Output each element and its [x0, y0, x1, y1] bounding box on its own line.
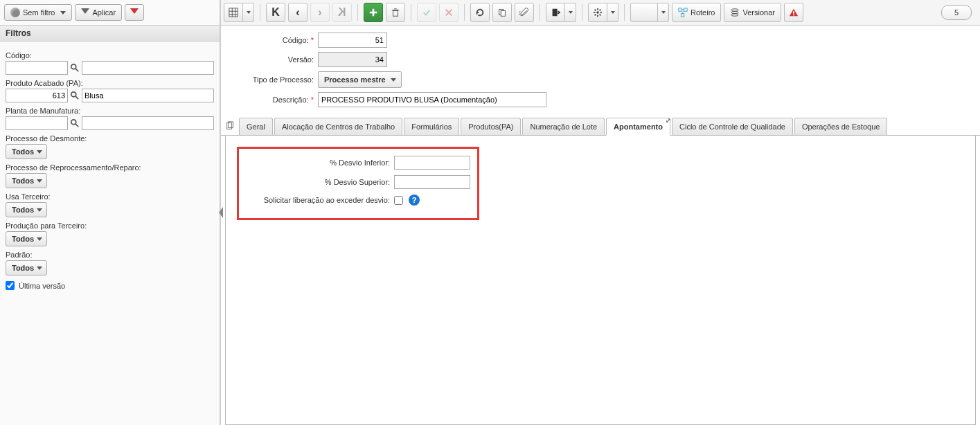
svg-rect-40 [793, 11, 794, 14]
ultima-versao-checkbox[interactable] [6, 281, 15, 290]
prod-terceiro-filter-label: Produção para Terceiro: [6, 221, 214, 230]
codigo-filter-input[interactable] [6, 61, 68, 75]
delete-button[interactable] [386, 3, 405, 22]
descricao-field[interactable] [318, 92, 546, 107]
cancel-button[interactable] [439, 3, 458, 22]
versionar-label: Versionar [742, 8, 774, 17]
planta-desc-input[interactable] [82, 116, 214, 130]
svg-rect-7 [229, 8, 238, 17]
filter-preset-dropdown[interactable]: Sem filtro [4, 4, 72, 21]
svg-rect-32 [684, 8, 687, 11]
versao-label: Versão: [228, 55, 318, 64]
attach-button[interactable] [515, 3, 534, 22]
svg-marker-6 [219, 207, 223, 218]
desvio-inferior-input[interactable] [394, 156, 470, 170]
pa-lookup-icon[interactable] [69, 90, 80, 101]
copy-button[interactable] [492, 3, 512, 22]
svg-rect-33 [681, 14, 684, 17]
export-button[interactable] [546, 3, 565, 22]
extra-action-button[interactable] [630, 3, 658, 22]
filter-preset-label: Sem filtro [23, 8, 55, 17]
grid-view-dropdown[interactable] [243, 3, 254, 22]
svg-line-28 [600, 15, 601, 16]
svg-point-4 [71, 120, 76, 125]
desvio-inferior-label: % Desvio Inferior: [242, 159, 394, 167]
record-counter[interactable]: 5 [941, 5, 972, 20]
codigo-lookup-icon[interactable] [69, 62, 80, 73]
codigo-field[interactable] [318, 33, 387, 48]
expand-icon: ⤢ [666, 117, 671, 124]
highlight-box: % Desvio Inferior: % Desvio Superior: So… [237, 147, 479, 220]
tab-qualidade[interactable]: Ciclo de Controle de Qualidade [672, 118, 793, 135]
versionar-button[interactable]: Versionar [724, 3, 781, 22]
last-record-button[interactable]: K [332, 3, 352, 22]
planta-lookup-icon[interactable] [69, 118, 80, 129]
svg-rect-21 [553, 9, 558, 17]
svg-rect-20 [501, 10, 505, 16]
add-button[interactable] [364, 3, 383, 22]
tab-produtos[interactable]: Produtos(PA) [461, 118, 521, 135]
desmonte-select[interactable]: Todos [6, 144, 47, 159]
alert-triangle-icon [789, 8, 799, 17]
export-dropdown[interactable] [565, 3, 576, 22]
tab-content-apontamento: % Desvio Inferior: % Desvio Superior: So… [225, 136, 976, 425]
pa-desc-input[interactable] [82, 89, 214, 102]
tipo-processo-label: Tipo de Processo: [228, 75, 318, 84]
tab-estoque[interactable]: Operações de Estoque [794, 118, 888, 135]
tipo-processo-select[interactable]: Processo mestre [318, 71, 402, 88]
planta-code-input[interactable] [6, 116, 68, 130]
tabs-copy-icon[interactable] [225, 121, 235, 132]
pa-code-input[interactable] [6, 89, 68, 102]
svg-line-30 [595, 15, 596, 16]
refresh-button[interactable] [470, 3, 490, 22]
roteiro-button[interactable]: Roteiro [672, 3, 721, 22]
tab-alocacao[interactable]: Alocação de Centros de Trabalho [274, 118, 402, 135]
svg-point-38 [731, 14, 739, 17]
versionar-icon [730, 8, 740, 17]
grid-view-button[interactable] [224, 3, 243, 22]
ultima-versao-label: Última versão [19, 282, 65, 290]
tab-geral[interactable]: Geral [239, 118, 273, 135]
next-record-button[interactable]: › [310, 3, 330, 22]
tab-apontamento[interactable]: Apontamento⤢ [606, 118, 670, 136]
svg-rect-31 [679, 8, 681, 11]
filters-header: Filtros [0, 26, 220, 42]
help-icon[interactable]: ? [409, 195, 420, 206]
reparo-select[interactable]: Todos [6, 173, 47, 188]
terceiro-select[interactable]: Todos [6, 202, 47, 217]
prev-record-button[interactable]: ‹ [288, 3, 308, 22]
last-icon: K [338, 6, 346, 19]
globe-icon [10, 8, 20, 17]
extra-action-dropdown[interactable] [658, 3, 669, 22]
apply-filter-button[interactable]: Aplicar [75, 4, 122, 21]
alert-button[interactable] [784, 3, 803, 22]
clear-filter-button[interactable] [125, 4, 144, 21]
prod-terceiro-select[interactable]: Todos [6, 231, 47, 246]
planta-filter-label: Planta de Manufatura: [6, 107, 214, 115]
panel-splitter[interactable] [217, 199, 224, 226]
svg-line-29 [600, 10, 601, 11]
svg-rect-41 [793, 15, 794, 16]
svg-point-2 [71, 92, 76, 97]
solicitar-liberacao-checkbox[interactable] [394, 196, 403, 205]
pa-filter-label: Produto Acabado (PA): [6, 79, 214, 87]
tab-numeracao[interactable]: Numeração de Lote [522, 118, 605, 135]
versao-field [318, 52, 387, 67]
main-panel: K ‹ › K [220, 0, 980, 425]
descricao-label: Descrição: * [228, 96, 318, 104]
first-record-button[interactable]: K [266, 3, 285, 22]
desvio-superior-label: % Desvio Superior: [242, 178, 394, 186]
padrao-filter-label: Padrão: [6, 251, 214, 259]
padrao-select[interactable]: Todos [6, 260, 47, 275]
settings-dropdown[interactable] [607, 3, 618, 22]
svg-line-1 [75, 69, 78, 71]
desvio-superior-input[interactable] [394, 175, 470, 189]
first-icon: K [271, 6, 280, 19]
svg-point-22 [596, 11, 599, 14]
svg-point-37 [731, 11, 739, 14]
settings-button[interactable] [588, 3, 607, 22]
codigo-filter-desc[interactable] [82, 61, 214, 75]
tab-formularios[interactable]: Formulários [404, 118, 459, 135]
desmonte-filter-label: Processo de Desmonte: [6, 134, 214, 143]
save-button[interactable] [417, 3, 436, 22]
